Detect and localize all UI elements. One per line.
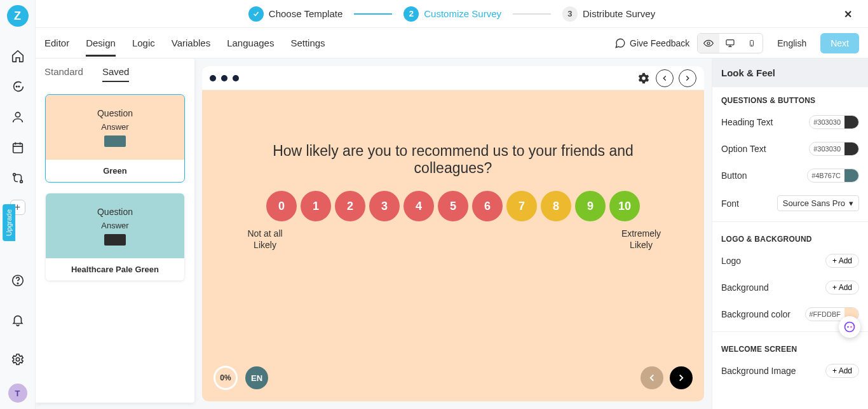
nps-option-9[interactable]: 9: [575, 191, 606, 221]
add-background-button[interactable]: + Add: [825, 281, 859, 295]
theme-preview-answer: Answer: [101, 122, 128, 132]
design-tab-standard[interactable]: Standard: [44, 66, 83, 82]
upgrade-badge[interactable]: Upgrade: [3, 204, 15, 241]
language-selector[interactable]: English: [771, 34, 813, 52]
device-desktop[interactable]: [698, 34, 719, 53]
canvas-prev-question[interactable]: [656, 69, 674, 87]
prop-background-label: Background: [721, 282, 769, 293]
close-icon[interactable]: ✕: [840, 6, 855, 22]
step-label: Distribute Survey: [583, 8, 655, 19]
nps-option-0[interactable]: 0: [266, 191, 297, 221]
section-questions-buttons: QUESTIONS & BUTTONS: [712, 87, 868, 109]
step-number: 3: [562, 6, 578, 22]
nps-option-7[interactable]: 7: [506, 191, 537, 221]
chevron-left-icon: [660, 74, 669, 83]
user-icon[interactable]: [9, 108, 27, 126]
svg-point-2: [15, 113, 20, 117]
option-text-color-picker[interactable]: #303030: [809, 142, 859, 156]
font-select[interactable]: Source Sans Pro ▾: [777, 195, 859, 211]
canvas-next-question[interactable]: [679, 69, 696, 87]
calendar-icon[interactable]: [9, 139, 27, 156]
prop-bgcolor-label: Background color: [721, 309, 790, 319]
step-choose-template[interactable]: Choose Template: [248, 6, 342, 22]
device-mobile[interactable]: [741, 34, 763, 53]
add-logo-button[interactable]: + Add: [825, 254, 859, 268]
nps-option-3[interactable]: 3: [369, 191, 400, 221]
home-icon[interactable]: [9, 47, 27, 65]
color-code: #303030: [810, 118, 844, 126]
theme-name: Green: [46, 160, 184, 182]
heading-text-color-picker[interactable]: #303030: [809, 115, 859, 129]
chevron-right-icon: [675, 372, 687, 384]
nps-option-4[interactable]: 4: [403, 191, 434, 221]
chat-icon[interactable]: [9, 78, 27, 95]
section-welcome-screen: WELCOME SCREEN: [712, 336, 868, 357]
theme-card[interactable]: QuestionAnswerGreen: [46, 95, 184, 182]
color-code: #4B767C: [808, 172, 844, 179]
bell-icon[interactable]: [9, 311, 27, 329]
nps-option-10[interactable]: 10: [609, 191, 640, 221]
color-swatch: [844, 115, 858, 129]
tab-languages[interactable]: Languages: [227, 30, 274, 56]
step-customize-survey[interactable]: 2 Customize Survey: [403, 6, 501, 22]
chevron-right-icon: [683, 74, 692, 83]
nps-option-6[interactable]: 6: [472, 191, 503, 221]
theme-name: Healthcare Pale Green: [46, 258, 184, 281]
next-button[interactable]: Next: [820, 33, 859, 53]
gear-icon[interactable]: [637, 71, 651, 85]
settings-icon[interactable]: [9, 350, 27, 368]
tab-settings[interactable]: Settings: [290, 30, 325, 56]
button-color-picker[interactable]: #4B767C: [807, 169, 859, 183]
color-swatch: [844, 142, 858, 156]
survey-next-button[interactable]: [670, 366, 693, 389]
tab-editor[interactable]: Editor: [44, 30, 69, 56]
nps-option-2[interactable]: 2: [335, 191, 365, 221]
step-distribute-survey[interactable]: 3 Distribute Survey: [562, 6, 655, 22]
theme-swatch: [104, 234, 126, 246]
mobile-icon: [748, 38, 756, 48]
svg-point-8: [16, 357, 20, 361]
theme-card[interactable]: QuestionAnswerHealthcare Pale Green: [46, 193, 184, 281]
section-logo-background: LOGO & BACKGROUND: [712, 226, 868, 247]
survey-language-toggle[interactable]: EN: [245, 366, 268, 389]
feedback-label: Give Feedback: [630, 38, 689, 48]
step-connector: [354, 13, 392, 15]
stepper: Choose Template 2 Customize Survey 3 Dis…: [36, 0, 868, 28]
survey-prev-button[interactable]: [641, 366, 663, 389]
chat-bubble-icon: [614, 38, 626, 49]
look-and-feel-panel: Look & Feel QUESTIONS & BUTTONS Heading …: [712, 59, 868, 409]
prop-font-label: Font: [721, 198, 739, 209]
robot-icon: [843, 321, 856, 333]
design-tab-saved[interactable]: Saved: [102, 66, 130, 82]
device-tablet[interactable]: [719, 34, 741, 53]
nps-option-5[interactable]: 5: [438, 191, 468, 221]
question-text[interactable]: How likely are you to recommend us to yo…: [240, 142, 666, 177]
tab-design[interactable]: Design: [86, 30, 116, 56]
step-connector: [513, 13, 551, 15]
app-logo[interactable]: Z: [7, 5, 29, 27]
theme-preview-question: Question: [97, 207, 133, 217]
nav-rail: Z + Upgrade T: [0, 0, 36, 409]
give-feedback-button[interactable]: Give Feedback: [614, 38, 689, 49]
avatar[interactable]: T: [8, 384, 27, 403]
device-preview-toggle: [697, 33, 763, 53]
tab-logic[interactable]: Logic: [132, 30, 155, 56]
font-value: Source Sans Pro: [783, 198, 845, 208]
help-widget[interactable]: [839, 316, 860, 338]
add-welcome-bg-button[interactable]: + Add: [825, 364, 859, 378]
nps-option-8[interactable]: 8: [541, 191, 571, 221]
color-swatch: [844, 169, 858, 183]
color-code: #FFDDBF: [806, 310, 845, 318]
nps-option-1[interactable]: 1: [301, 191, 331, 221]
help-icon[interactable]: [9, 272, 27, 289]
theme-preview-question: Question: [97, 108, 133, 118]
step-label: Choose Template: [269, 8, 342, 19]
prop-heading-text-label: Heading Text: [721, 117, 773, 127]
prop-logo-label: Logo: [721, 256, 741, 266]
svg-point-14: [847, 326, 849, 328]
design-panel: Standard Saved QuestionAnswerGreenQuesti…: [36, 59, 194, 403]
tab-variables[interactable]: Variables: [172, 30, 210, 56]
builder-toolbar: Editor Design Logic Variables Languages …: [36, 28, 868, 59]
flow-icon[interactable]: [9, 169, 27, 187]
check-icon: [248, 6, 264, 22]
